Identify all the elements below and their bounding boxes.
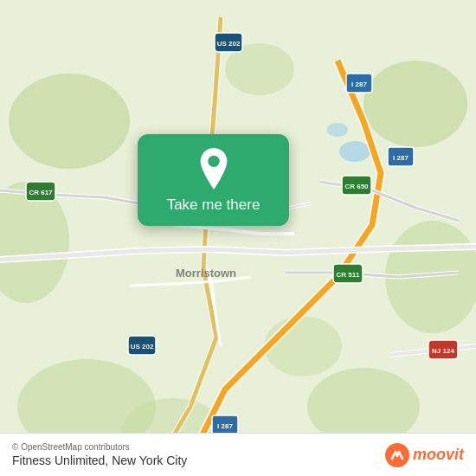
svg-text:I 287: I 287 [217,422,233,430]
bottom-bar: © OpenStreetMap contributors Fitness Unl… [0,433,476,476]
moovit-icon [385,443,409,467]
svg-point-3 [363,61,467,147]
svg-point-10 [339,141,370,162]
svg-text:NJ 124: NJ 124 [432,347,454,355]
location-pin-icon [196,148,232,190]
svg-text:US 202: US 202 [217,40,241,48]
svg-text:US 202: US 202 [131,343,154,351]
svg-point-31 [208,156,219,167]
location-name: Fitness Unlimited, New York City [12,453,187,467]
svg-point-9 [264,316,342,376]
svg-point-11 [327,123,348,137]
map-attribution: © OpenStreetMap contributors [12,442,187,452]
map-container: US 202 US 202 I 287 I 287 I 287 CR 617 C… [0,0,476,476]
svg-text:I 287: I 287 [351,80,367,88]
svg-text:I 287: I 287 [393,154,408,162]
take-me-there-label: Take me there [167,196,261,214]
bottom-info: © OpenStreetMap contributors Fitness Unl… [12,442,187,467]
svg-text:CR 511: CR 511 [336,271,360,279]
moovit-text: moovit [413,446,464,464]
svg-text:Morristown: Morristown [176,267,236,280]
svg-point-1 [9,74,130,169]
svg-text:CR 617: CR 617 [29,189,53,196]
moovit-logo[interactable]: moovit [385,443,464,467]
action-card[interactable]: Take me there [138,134,289,226]
svg-text:CR 650: CR 650 [344,183,369,190]
